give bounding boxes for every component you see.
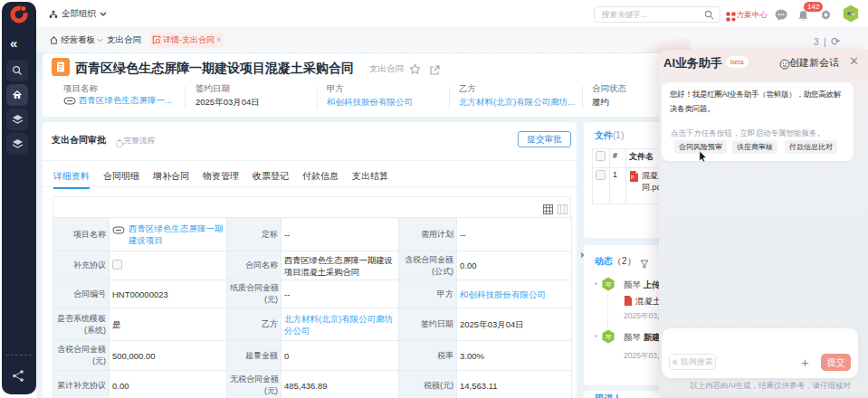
svg-text:琴: 琴	[606, 334, 612, 340]
svg-text:琴: 琴	[606, 281, 612, 288]
